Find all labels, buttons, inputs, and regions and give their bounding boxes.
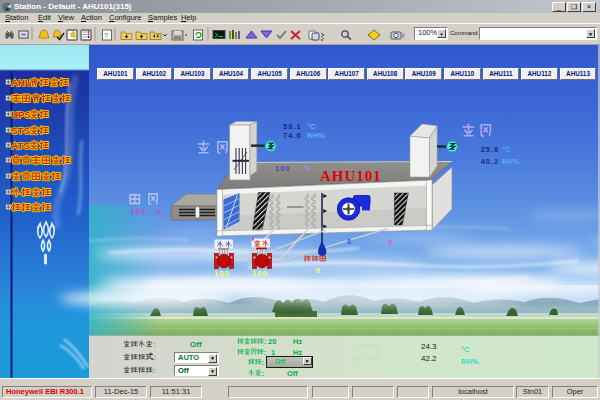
svg-text:式: 式	[145, 352, 154, 361]
svg-text::: :	[154, 366, 156, 375]
svg-text::: :	[262, 358, 265, 367]
svg-text:AHU: AHU	[11, 77, 32, 88]
svg-text:ATS: ATS	[11, 140, 30, 151]
svg-text:25.6: 25.6	[481, 145, 500, 154]
svg-text:AHU101: AHU101	[320, 168, 382, 184]
svg-text:100: 100	[214, 269, 230, 278]
svg-text:74.6: 74.6	[283, 131, 302, 140]
svg-text:%: %	[304, 164, 311, 173]
svg-text:40.2: 40.2	[481, 157, 500, 166]
svg-text:STS: STS	[11, 125, 30, 136]
svg-text:0: 0	[388, 238, 392, 247]
svg-text:0: 0	[316, 266, 321, 275]
svg-text:58.1: 58.1	[283, 122, 302, 131]
svg-text::: :	[154, 340, 156, 349]
svg-text::: :	[262, 369, 265, 378]
svg-text::: :	[264, 348, 267, 357]
svg-text:RH%: RH%	[502, 157, 520, 166]
svg-text:%: %	[156, 208, 163, 217]
svg-text:0: 0	[347, 237, 351, 246]
svg-text:°C: °C	[502, 145, 511, 154]
svg-text:°C: °C	[307, 122, 316, 131]
svg-text::: :	[154, 353, 156, 362]
svg-text::: :	[264, 337, 267, 346]
svg-text:UPS: UPS	[11, 109, 31, 120]
svg-text:100: 100	[131, 207, 147, 216]
svg-text:100: 100	[252, 269, 268, 278]
svg-text:100: 100	[275, 164, 291, 173]
svg-text:RH%: RH%	[307, 131, 325, 140]
